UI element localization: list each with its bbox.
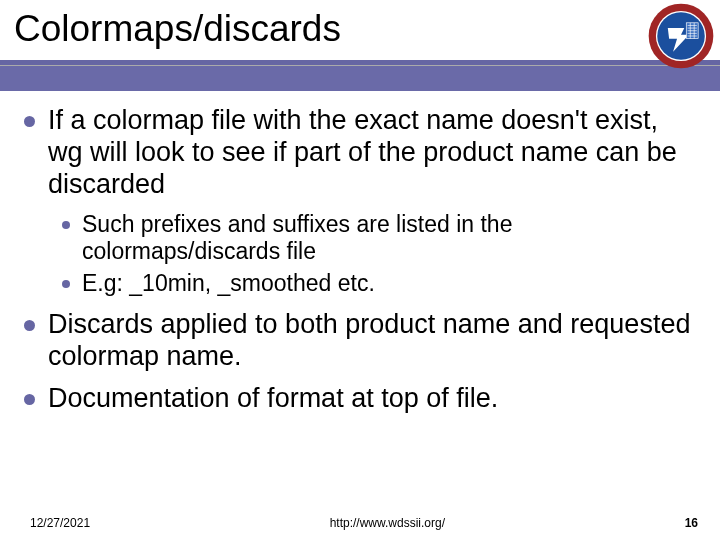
title-rule	[0, 60, 720, 65]
footer-date: 12/27/2021	[30, 516, 90, 530]
bullet-level-1: If a colormap file with the exact name d…	[24, 105, 692, 201]
footer-url: http://www.wdssii.org/	[90, 516, 685, 530]
bullet-level-2: Such prefixes and suffixes are listed in…	[62, 211, 692, 266]
bullet-level-1: Documentation of format at top of file.	[24, 383, 692, 415]
sub-bullet-list: Such prefixes and suffixes are listed in…	[24, 211, 692, 298]
page-number: 16	[685, 516, 698, 530]
slide-title: Colormaps/discards	[14, 8, 720, 50]
bullet-level-2: E.g: _10min, _smoothed etc.	[62, 270, 692, 298]
content-area: If a colormap file with the exact name d…	[0, 91, 720, 415]
footer: 12/27/2021 http://www.wdssii.org/ 16	[0, 516, 720, 530]
header-band	[0, 65, 720, 91]
nssl-logo	[648, 3, 714, 69]
header: Colormaps/discards	[0, 0, 720, 50]
bullet-level-1: Discards applied to both product name an…	[24, 309, 692, 373]
